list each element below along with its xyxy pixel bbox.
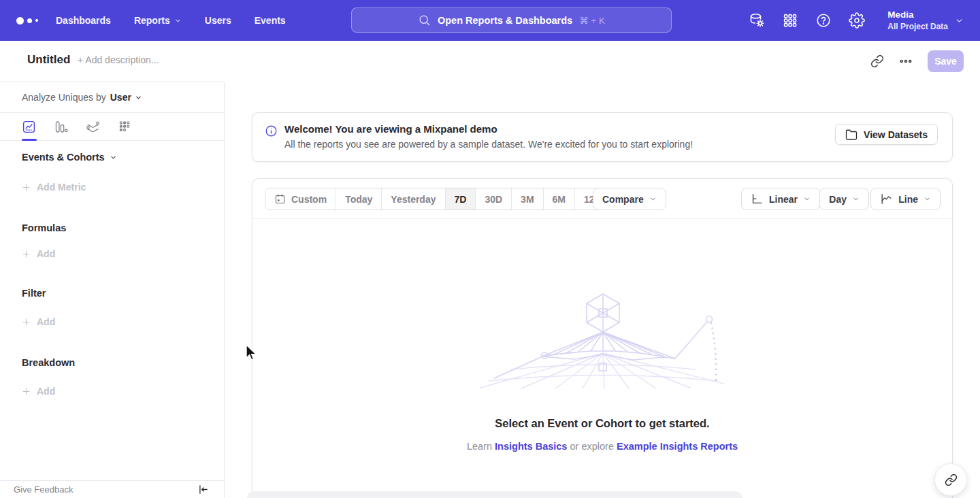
help-icon[interactable]	[815, 12, 832, 29]
project-switcher[interactable]: Media All Project Data	[887, 9, 964, 32]
chevron-down-icon	[174, 17, 182, 24]
insights-basics-link[interactable]: Insights Basics	[495, 441, 567, 452]
plus-icon	[22, 318, 31, 327]
nav-item-label: Events	[255, 15, 286, 26]
query-builder-sidebar: Analyze Uniques by User Events & Cohorts…	[0, 82, 225, 498]
nav-item-dashboards[interactable]: Dashboards	[56, 15, 111, 26]
banner-title: Welcome! You are viewing a Mixpanel demo	[284, 123, 497, 135]
chevron-down-icon	[924, 195, 931, 203]
linear-scale-icon	[751, 193, 764, 205]
add-formula-button[interactable]: Add	[22, 248, 55, 259]
empty-state-illustration	[474, 287, 732, 389]
global-search-bar[interactable]: Open Reports & Dashboards ⌘ + K	[351, 7, 672, 33]
nav-item-users[interactable]: Users	[205, 15, 231, 26]
give-feedback-link[interactable]: Give Feedback	[14, 484, 73, 495]
active-tab-indicator	[22, 139, 37, 141]
compare-dropdown[interactable]: Compare	[593, 188, 666, 210]
filter-header: Filter	[22, 288, 46, 299]
plus-icon	[22, 183, 31, 192]
range-yesterday[interactable]: Yesterday	[381, 188, 444, 210]
add-breakdown-button[interactable]: Add	[22, 386, 55, 397]
interval-dropdown[interactable]: Day	[819, 188, 869, 210]
save-button[interactable]: Save	[928, 50, 964, 72]
plus-icon	[22, 387, 31, 396]
range-3m[interactable]: 3M	[511, 188, 542, 210]
copy-link-icon[interactable]	[870, 54, 884, 68]
scale-dropdown[interactable]: Linear	[741, 188, 820, 210]
folder-icon	[845, 129, 858, 141]
add-filter-button[interactable]: Add	[22, 316, 55, 327]
events-cohorts-header[interactable]: Events & Cohorts	[22, 152, 117, 163]
empty-state-hint: Learn Insights Basics or explore Example…	[252, 441, 952, 452]
formulas-header: Formulas	[22, 222, 66, 233]
range-30d[interactable]: 30D	[475, 188, 511, 210]
apps-grid-icon[interactable]	[782, 12, 798, 29]
top-navigation: Dashboards Reports Users Events Open Rep…	[0, 0, 980, 41]
report-toolbar: Custom Today Yesterday 7D 30D 3M 6M 12M …	[252, 179, 952, 219]
chevron-down-icon	[803, 195, 811, 203]
nav-item-reports[interactable]: Reports	[134, 15, 182, 26]
range-6m[interactable]: 6M	[543, 188, 574, 210]
tab-retention[interactable]	[118, 120, 132, 134]
nav-item-label: Users	[205, 15, 231, 26]
plus-icon	[22, 250, 31, 259]
collapse-sidebar-icon[interactable]	[197, 484, 209, 495]
tab-flows[interactable]	[86, 120, 100, 134]
visualization-tabs	[0, 113, 224, 141]
next-section-peek	[247, 491, 742, 498]
nav-item-label: Dashboards	[56, 15, 111, 26]
project-name: Media	[887, 9, 948, 21]
demo-welcome-banner: Welcome! You are viewing a Mixpanel demo…	[252, 112, 953, 162]
calendar-icon	[274, 193, 286, 205]
tab-insights[interactable]	[22, 120, 36, 134]
range-today[interactable]: Today	[336, 188, 381, 210]
link-icon	[945, 474, 958, 486]
tab-funnels[interactable]	[54, 120, 68, 134]
chart-type-dropdown[interactable]: Line	[870, 188, 941, 210]
add-metric-button[interactable]: Add Metric	[22, 182, 86, 193]
banner-subtitle: All the reports you see are powered by a…	[284, 139, 693, 150]
report-description-placeholder[interactable]: + Add description...	[78, 54, 159, 65]
project-scope: All Project Data	[887, 21, 948, 32]
analyze-label: Analyze Uniques by	[22, 92, 106, 103]
settings-gear-icon[interactable]	[849, 12, 865, 29]
mixpanel-logo-icon[interactable]	[16, 17, 41, 24]
insights-report-card: Custom Today Yesterday 7D 30D 3M 6M 12M …	[252, 178, 953, 498]
chevron-down-icon	[110, 154, 117, 161]
nav-item-events[interactable]: Events	[255, 15, 286, 26]
report-header: Untitled + Add description... Save	[0, 41, 980, 82]
floating-share-link-button[interactable]	[934, 463, 967, 496]
chevron-down-icon	[649, 195, 657, 203]
primary-nav: Dashboards Reports Users Events	[56, 15, 286, 26]
search-placeholder: Open Reports & Dashboards	[438, 15, 572, 26]
empty-state-title: Select an Event or Cohort to get started…	[252, 417, 952, 430]
line-chart-icon	[880, 193, 893, 205]
breakdown-header: Breakdown	[22, 357, 75, 368]
range-custom[interactable]: Custom	[265, 188, 336, 210]
nav-item-label: Reports	[134, 15, 170, 26]
search-shortcut: ⌘ + K	[579, 15, 605, 26]
range-7d[interactable]: 7D	[445, 188, 476, 210]
info-icon	[265, 124, 278, 137]
example-reports-link[interactable]: Example Insights Reports	[617, 441, 738, 452]
report-title[interactable]: Untitled	[27, 53, 70, 67]
view-datasets-button[interactable]: View Datasets	[835, 124, 938, 145]
analyze-by-dropdown[interactable]: User	[110, 92, 142, 103]
nav-right-cluster: Media All Project Data	[749, 0, 980, 41]
chevron-down-icon	[852, 195, 860, 203]
data-management-icon[interactable]	[749, 12, 765, 29]
chevron-down-icon	[955, 16, 964, 25]
search-icon	[418, 14, 431, 27]
chevron-down-icon	[135, 94, 142, 101]
more-options-icon[interactable]	[899, 54, 913, 68]
date-range-group: Custom Today Yesterday 7D 30D 3M 6M 12M	[265, 188, 612, 210]
